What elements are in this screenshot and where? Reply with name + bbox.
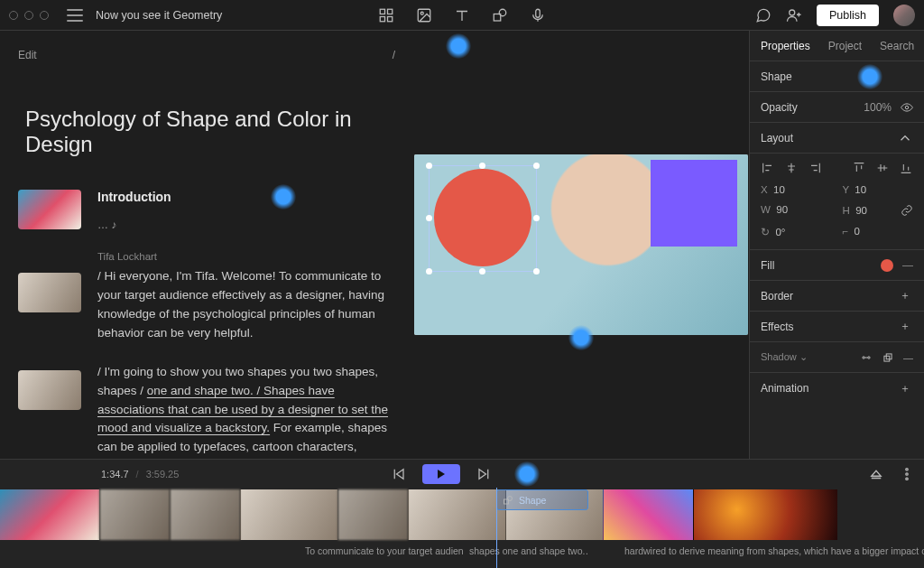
link-icon[interactable] xyxy=(901,204,913,217)
svg-point-16 xyxy=(906,473,908,475)
edit-label: Edit xyxy=(18,49,37,61)
clip[interactable] xyxy=(170,489,240,540)
selection-bounds[interactable] xyxy=(429,165,537,272)
highlight-dot xyxy=(857,64,882,89)
svg-point-15 xyxy=(906,469,908,470)
svg-rect-3 xyxy=(388,16,393,21)
publish-button[interactable]: Publish xyxy=(817,5,879,26)
svg-point-7 xyxy=(499,9,506,16)
svg-point-9 xyxy=(790,10,795,15)
clip[interactable] xyxy=(693,489,837,540)
rotation-value[interactable]: 0° xyxy=(775,227,785,237)
align-bottom-icon[interactable] xyxy=(899,161,913,175)
animation-label: Animation xyxy=(761,382,808,395)
svg-rect-0 xyxy=(380,9,384,14)
border-label: Border xyxy=(761,290,793,303)
grid-icon[interactable] xyxy=(378,7,394,23)
chevron-up-icon[interactable] xyxy=(897,130,913,146)
chevron-down-icon[interactable]: ⌄ xyxy=(799,351,808,362)
svg-rect-13 xyxy=(884,356,890,361)
opacity-value[interactable]: 100% xyxy=(864,101,892,114)
window-traffic-lights xyxy=(9,11,49,20)
fill-label: Fill xyxy=(761,259,774,272)
y-value[interactable]: 10 xyxy=(855,184,866,195)
svg-rect-1 xyxy=(388,9,393,14)
menu-button[interactable] xyxy=(67,9,83,22)
align-center-h-icon[interactable] xyxy=(784,161,799,175)
next-frame-icon[interactable] xyxy=(476,466,493,482)
x-value[interactable]: 10 xyxy=(773,184,785,195)
clip[interactable] xyxy=(99,489,170,540)
svg-rect-2 xyxy=(380,16,384,21)
shadow-style-icon[interactable] xyxy=(882,351,894,364)
w-value[interactable]: 90 xyxy=(776,204,788,215)
align-left-icon[interactable] xyxy=(761,161,775,175)
more-icon[interactable] xyxy=(899,466,915,482)
align-right-icon[interactable] xyxy=(808,161,822,175)
clip[interactable] xyxy=(408,489,505,540)
play-button[interactable] xyxy=(422,464,460,484)
clip[interactable] xyxy=(0,489,99,540)
avatar[interactable] xyxy=(893,5,915,26)
duration: 3:59.25 xyxy=(146,469,180,480)
shape-label: Shape xyxy=(761,70,792,83)
add-icon[interactable]: ＋ xyxy=(897,319,913,335)
image-icon[interactable] xyxy=(416,7,432,23)
tab-search[interactable]: Search xyxy=(880,40,914,52)
timeline-track[interactable]: Shape xyxy=(0,489,924,540)
shape-square[interactable] xyxy=(651,160,737,247)
corner-value[interactable]: 0 xyxy=(855,226,860,237)
paragraph[interactable]: / I'm going to show you two shapes you t… xyxy=(97,363,395,459)
shape-clip[interactable]: Shape xyxy=(496,489,588,510)
current-time: 1:34.7 xyxy=(101,469,129,480)
music-cue: … ♪ xyxy=(97,219,395,231)
section-title: Introduction xyxy=(97,190,395,204)
caption: To communicate to your target audience… xyxy=(300,545,464,556)
shapes-icon xyxy=(503,495,513,506)
add-icon[interactable]: ＋ xyxy=(897,380,913,396)
remove-fill-icon[interactable]: — xyxy=(902,259,913,272)
fill-swatch[interactable] xyxy=(881,259,893,272)
svg-rect-14 xyxy=(886,353,892,358)
script-thumb[interactable] xyxy=(18,190,81,229)
add-icon[interactable]: ＋ xyxy=(897,288,913,304)
page-title: Psychology of Shape and Color in Design xyxy=(25,107,395,157)
align-center-v-icon[interactable] xyxy=(875,161,890,175)
script-thumb[interactable] xyxy=(18,273,81,312)
highlight-dot xyxy=(446,33,471,59)
clip[interactable] xyxy=(603,489,693,540)
clip[interactable] xyxy=(240,489,337,540)
speaker-name: Tifa Lockhart xyxy=(97,251,395,262)
canvas-frame[interactable] xyxy=(414,154,748,335)
effects-label: Effects xyxy=(761,321,793,333)
shapes-icon[interactable] xyxy=(492,7,508,23)
clip[interactable] xyxy=(337,489,408,540)
svg-point-10 xyxy=(905,106,909,109)
shadow-label[interactable]: Shadow xyxy=(761,351,797,362)
mic-icon[interactable] xyxy=(530,7,546,23)
paragraph[interactable]: / Hi everyone, I'm Tifa. Welcome! To com… xyxy=(97,267,395,343)
tab-properties[interactable]: Properties xyxy=(761,40,810,52)
tab-project[interactable]: Project xyxy=(828,40,862,52)
visibility-icon[interactable] xyxy=(901,101,913,114)
svg-rect-8 xyxy=(536,9,541,17)
script-thumb[interactable] xyxy=(18,370,81,410)
breadcrumb-slash: / xyxy=(393,49,395,61)
eject-icon[interactable] xyxy=(868,466,884,482)
h-value[interactable]: 90 xyxy=(855,205,867,216)
prev-frame-icon[interactable] xyxy=(390,466,406,482)
layout-label: Layout xyxy=(761,132,793,144)
svg-point-12 xyxy=(868,356,870,358)
align-top-icon[interactable] xyxy=(852,161,866,175)
caption: hardwired to derive meaning from shapes,… xyxy=(619,545,924,556)
svg-point-17 xyxy=(906,478,908,480)
opacity-label: Opacity xyxy=(761,101,798,114)
playhead[interactable] xyxy=(496,488,497,568)
text-icon[interactable] xyxy=(454,7,470,23)
remove-effect-icon[interactable]: — xyxy=(903,352,913,363)
svg-point-5 xyxy=(420,12,423,14)
comment-icon[interactable] xyxy=(755,7,772,23)
add-user-icon[interactable] xyxy=(786,7,802,23)
svg-point-11 xyxy=(863,356,864,358)
shadow-settings-icon[interactable] xyxy=(860,351,873,364)
